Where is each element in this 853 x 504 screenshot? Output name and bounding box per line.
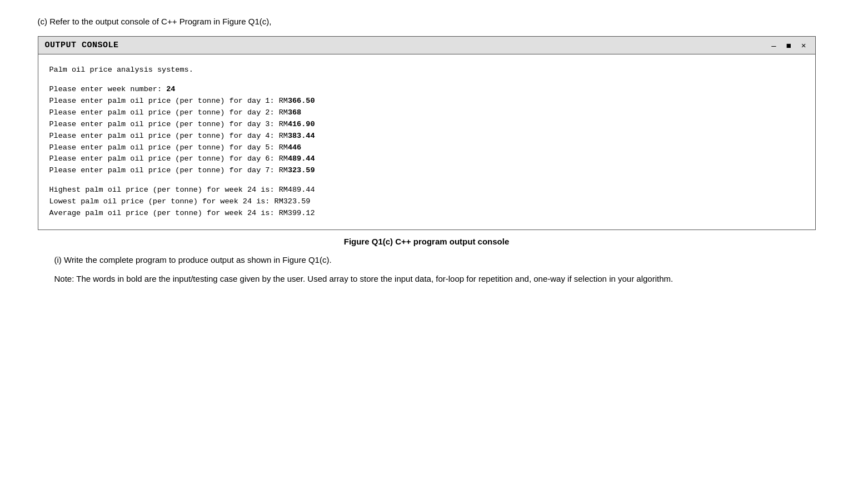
console-line: Lowest palm oil price (per tonne) for we…: [49, 196, 804, 208]
console-line: Please enter palm oil price (per tonne) …: [49, 107, 804, 119]
console-spacer: [49, 177, 804, 184]
question-i: (i) Write the complete program to produc…: [54, 255, 816, 265]
console-line: Please enter palm oil price (per tonne) …: [49, 153, 804, 165]
console-text: Please enter palm oil price (per tonne) …: [49, 154, 315, 163]
console-line: Please enter palm oil price (per tonne) …: [49, 165, 804, 177]
bold-value: 446: [288, 143, 301, 152]
console-text: Palm oil price analysis systems.: [49, 66, 193, 74]
console-line: Please enter palm oil price (per tonne) …: [49, 96, 804, 107]
console-line: Please enter palm oil price (per tonne) …: [49, 119, 804, 131]
close-button[interactable]: ×: [799, 40, 809, 51]
console-text: Please enter palm oil price (per tonne) …: [49, 108, 302, 117]
console-title: OUTPUT CONSOLE: [45, 41, 119, 50]
console-line: Please enter palm oil price (per tonne) …: [49, 131, 804, 142]
console-window: OUTPUT CONSOLE – ■ × Palm oil price anal…: [38, 36, 816, 230]
bold-value: 383.44: [288, 132, 315, 140]
bold-value: 368: [288, 108, 301, 117]
figure-caption: Figure Q1(c) C++ program output console: [38, 237, 816, 246]
console-text: Please enter palm oil price (per tonne) …: [49, 97, 315, 105]
minimize-button[interactable]: –: [769, 40, 778, 51]
section-label: (c) Refer to the output console of C++ P…: [38, 17, 816, 26]
console-text: Please enter palm oil price (per tonne) …: [49, 166, 315, 174]
console-text: Please enter week number: 24: [49, 85, 176, 93]
console-line: Average palm oil price (per tonne) for w…: [49, 208, 804, 219]
console-line: Palm oil price analysis systems.: [49, 64, 804, 76]
console-line: Please enter palm oil price (per tonne) …: [49, 142, 804, 154]
console-text: Please enter palm oil price (per tonne) …: [49, 132, 315, 140]
page-container: (c) Refer to the output console of C++ P…: [38, 11, 816, 291]
bold-value: 489.44: [288, 154, 315, 163]
console-line: Highest palm oil price (per tonne) for w…: [49, 184, 804, 196]
bold-value: 24: [166, 85, 175, 93]
maximize-button[interactable]: ■: [784, 40, 794, 51]
console-text: Average palm oil price (per tonne) for w…: [49, 209, 315, 217]
bold-value: 416.90: [288, 120, 315, 128]
bold-value: 366.50: [288, 97, 315, 105]
console-text: Highest palm oil price (per tonne) for w…: [49, 186, 315, 194]
console-titlebar: OUTPUT CONSOLE – ■ ×: [38, 37, 815, 54]
note-text: Note: The words in bold are the input/te…: [54, 272, 816, 286]
console-text: Lowest palm oil price (per tonne) for we…: [49, 197, 311, 206]
console-window-controls: – ■ ×: [769, 40, 808, 51]
console-spacer: [49, 76, 804, 84]
console-text: Please enter palm oil price (per tonne) …: [49, 143, 302, 152]
console-body: Palm oil price analysis systems. Please …: [38, 54, 815, 229]
bold-value: 323.59: [288, 166, 315, 174]
console-line: Please enter week number: 24: [49, 84, 804, 96]
console-text: Please enter palm oil price (per tonne) …: [49, 120, 315, 128]
